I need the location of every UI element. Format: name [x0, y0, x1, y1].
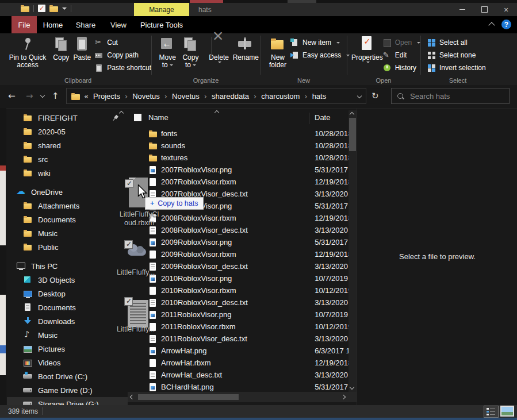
horizontal-scrollbar[interactable]	[128, 392, 357, 402]
sidebar-item[interactable]: src	[7, 152, 128, 166]
vertical-scrollbar[interactable]	[349, 110, 357, 392]
copy-to-button[interactable]: Copy to	[179, 34, 202, 69]
file-row[interactable]: BCHardHat.png 5/31/2017 7	[128, 381, 349, 392]
sidebar-item[interactable]: Storage Drive (G:)	[7, 397, 128, 405]
scroll-down-icon[interactable]	[350, 385, 354, 390]
sidebar-item[interactable]: wiki	[7, 166, 128, 180]
sidebar-item[interactable]: This PC	[7, 259, 128, 273]
minimize-button[interactable]	[451, 3, 473, 16]
sidebar-item[interactable]: Desktop	[7, 287, 128, 300]
file-row[interactable]: 2007RobloxVisor.rbxm 12/19/2018	[128, 176, 349, 188]
breadcrumb-segment[interactable]: Novetus	[172, 92, 212, 101]
select-all-button[interactable]: Select all	[427, 37, 486, 48]
back-button[interactable]: ←	[8, 91, 16, 101]
file-row[interactable]: ArrowHat.rbxm 12/19/2018	[128, 357, 349, 369]
column-separator[interactable]	[309, 113, 309, 124]
breadcrumb-segment[interactable]: Projects	[93, 92, 132, 101]
recent-locations-chevron[interactable]	[40, 93, 45, 98]
properties-check-icon[interactable]: ✓	[38, 5, 45, 12]
pin-to-quick-access-button[interactable]: Pin to Quick access	[5, 34, 51, 69]
select-none-button[interactable]: Select none	[427, 49, 486, 61]
file-row[interactable]: 2011RobloxVisor.rbxm 10/12/2019	[128, 321, 349, 333]
sidebar-item[interactable]: shared	[7, 138, 128, 152]
search-input[interactable]	[409, 91, 503, 101]
paste-button[interactable]: Paste	[72, 34, 93, 61]
tab-picture-tools[interactable]: Picture Tools	[134, 16, 189, 33]
file-row[interactable]: sounds 10/28/2018	[128, 140, 349, 152]
sidebar-item[interactable]: Documents	[7, 300, 128, 314]
sidebar-item[interactable]: FIREFIGHT	[7, 111, 128, 125]
scroll-up-icon[interactable]	[350, 112, 354, 117]
refresh-icon[interactable]: ↻	[372, 91, 379, 101]
help-button[interactable]: ?	[501, 20, 511, 29]
select-all-checkbox[interactable]	[134, 114, 141, 121]
file-row[interactable]: 2010RobloxVisor.png 10/7/2019 3	[128, 272, 349, 284]
scroll-left-icon[interactable]	[130, 395, 135, 399]
invert-selection-button[interactable]: Invert selection	[427, 62, 486, 74]
collapse-ribbon-icon[interactable]	[488, 22, 495, 28]
address-dropdown-chevron[interactable]	[357, 94, 362, 98]
file-row[interactable]: 2010RobloxVisor.rbxm 10/12/2019	[128, 284, 349, 296]
column-header-name[interactable]: Name	[148, 113, 168, 122]
rename-button[interactable]: Rename	[231, 34, 261, 61]
maximize-button[interactable]	[473, 3, 495, 16]
sidebar-item[interactable]: Public	[7, 240, 128, 254]
breadcrumb[interactable]: « ProjectsNovetusNovetusshareddatacharcu…	[66, 88, 366, 104]
file-row[interactable]: fonts 10/28/2018	[128, 128, 349, 140]
sidebar-item[interactable]: Music	[7, 328, 128, 342]
breadcrumb-root-glyph[interactable]: «	[84, 92, 89, 101]
file-row[interactable]: 2011RobloxVisor_desc.txt 3/13/2020 8	[128, 333, 349, 345]
history-button[interactable]: History	[383, 62, 420, 74]
breadcrumb-segment[interactable]: shareddata	[212, 92, 261, 101]
column-header-date[interactable]: Date	[315, 113, 330, 122]
sidebar-item[interactable]: Music	[7, 226, 128, 240]
file-row[interactable]: 2009RobloxVisor.png 5/31/2017 7	[128, 236, 349, 248]
file-row[interactable]: 2009RobloxVisor_desc.txt 3/13/2020 8	[128, 260, 349, 272]
new-folder-button[interactable]: New folder	[266, 34, 289, 69]
file-row[interactable]: 2009RobloxVisor.rbxm 12/19/2018	[128, 248, 349, 260]
breadcrumb-segment[interactable]: charcustom	[261, 92, 312, 101]
qat-dropdown-icon[interactable]	[62, 7, 67, 10]
tab-manage[interactable]: Manage	[134, 3, 189, 16]
copy-button[interactable]: Copy	[51, 34, 72, 61]
file-row[interactable]: 2011RobloxVisor.png 10/7/2019 3	[128, 309, 349, 321]
tab-view[interactable]: View	[102, 16, 135, 33]
tab-share[interactable]: Share	[69, 16, 102, 33]
cut-button[interactable]: Cut	[95, 37, 151, 48]
move-to-button[interactable]: Move to	[156, 34, 179, 69]
sidebar-item[interactable]: Videos	[7, 356, 128, 369]
scrollbar-thumb[interactable]	[138, 394, 239, 400]
sidebar-item[interactable]: Game Drive (D:)	[7, 383, 128, 397]
sidebar-item[interactable]: Pictures	[7, 342, 128, 356]
close-button[interactable]: ×	[495, 3, 517, 16]
sidebar-item[interactable]: 3D Objects	[7, 273, 128, 287]
file-row[interactable]: textures 10/28/2018	[128, 152, 349, 164]
file-row[interactable]: ArrowHat.png 6/3/2017 11	[128, 345, 349, 357]
sidebar-item[interactable]: Attachments	[7, 199, 128, 213]
scrollbar-thumb[interactable]	[349, 118, 356, 151]
details-view-button[interactable]	[484, 406, 499, 418]
paste-shortcut-button[interactable]: Paste shortcut	[95, 62, 151, 74]
properties-button[interactable]: Properties	[351, 34, 383, 63]
sidebar-item[interactable]: Boot Drive (C:)	[7, 369, 128, 383]
forward-button[interactable]: →	[26, 91, 33, 101]
folder-icon[interactable]	[21, 5, 29, 12]
sidebar-item[interactable]: Downloads	[7, 314, 128, 328]
breadcrumb-segment[interactable]: Novetus	[132, 92, 172, 101]
scroll-right-icon[interactable]	[341, 395, 346, 399]
new-folder-icon[interactable]	[49, 5, 58, 12]
large-icons-view-button[interactable]	[500, 406, 514, 417]
sidebar-item[interactable]: 2020-05	[7, 125, 128, 138]
easy-access-button[interactable]: Easy access	[290, 49, 350, 61]
search-box[interactable]	[391, 88, 510, 104]
file-row[interactable]: 2007RobloxVisor.png 5/31/2017 7	[128, 164, 349, 176]
delete-button[interactable]: Delete	[207, 34, 231, 63]
sidebar-item[interactable]: Documents	[7, 213, 128, 226]
tab-home[interactable]: Home	[37, 16, 69, 33]
breadcrumb-segment[interactable]: hats	[312, 92, 327, 101]
open-button[interactable]: Open	[383, 37, 420, 48]
file-row[interactable]: ArrowHat_desc.txt 3/13/2020 8	[128, 369, 349, 381]
edit-button[interactable]: Edit	[383, 49, 420, 61]
new-item-button[interactable]: New item	[290, 37, 350, 48]
copy-path-button[interactable]: Copy path	[95, 49, 151, 61]
